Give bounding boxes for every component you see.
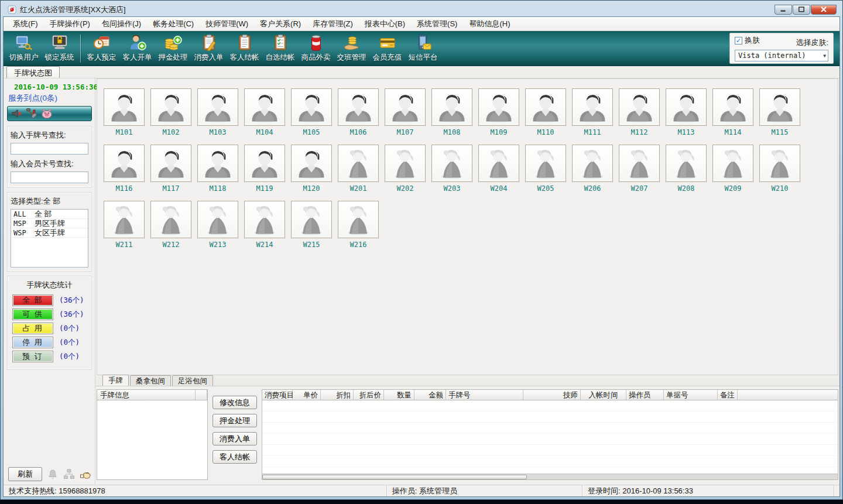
speaker-icon[interactable] (11, 108, 22, 119)
type-option-row[interactable]: ALL 全 部 (11, 210, 88, 219)
tag-card[interactable] (150, 145, 191, 182)
refresh-button[interactable]: 刷新 (8, 467, 42, 481)
toolbar-button[interactable]: 客人预定 (84, 33, 119, 64)
tag-card[interactable] (385, 88, 426, 126)
tag-card[interactable] (291, 88, 332, 126)
toolbar-button[interactable]: 客人开单 (119, 33, 155, 64)
tag-card[interactable] (572, 88, 613, 126)
toolbar-button[interactable]: 消费入单 (191, 33, 227, 64)
menu-item[interactable]: 包间操作(J) (96, 17, 147, 31)
tag-card[interactable] (104, 145, 145, 182)
tag-card[interactable] (431, 88, 472, 126)
table-column-header[interactable]: 单据号 (664, 390, 718, 400)
tag-card[interactable] (478, 88, 519, 126)
toolbar-button[interactable]: 客人结帐 (227, 33, 262, 64)
org-chart-icon[interactable] (63, 468, 75, 480)
menu-item[interactable]: 系统管理(S) (411, 17, 463, 31)
maximize-icon[interactable] (793, 5, 810, 15)
table-column-header[interactable]: 入帐时间 (581, 390, 626, 400)
action-button[interactable]: 客人结帐 (213, 450, 257, 464)
minimize-icon[interactable] (775, 5, 792, 15)
status-filter-button[interactable]: 可 供 (12, 308, 53, 320)
tag-card[interactable] (478, 145, 519, 182)
table-column-header[interactable]: 技师 (523, 390, 581, 400)
toolbar-button[interactable]: 切换用户 (6, 33, 42, 64)
table-column-header[interactable]: 折扣 (321, 390, 354, 400)
skin-select-dropdown[interactable]: Vista (internal) ▼ (735, 50, 828, 61)
tag-info-column-header[interactable]: 手牌信息 (97, 390, 196, 400)
tag-card[interactable] (385, 145, 426, 182)
service-due-link[interactable]: 服务到点(0条) (7, 92, 92, 106)
tag-card[interactable] (525, 145, 566, 182)
bottom-tab[interactable]: 桑拿包间 (130, 375, 171, 386)
tag-card[interactable] (525, 88, 566, 126)
menu-item[interactable]: 客户关系(R) (254, 17, 307, 31)
tag-card[interactable] (619, 88, 660, 126)
toolbar-button[interactable]: 商品外卖 (298, 33, 334, 64)
close-icon[interactable] (811, 5, 837, 15)
tag-card[interactable] (197, 88, 238, 126)
bottom-tab[interactable]: 足浴包间 (172, 375, 213, 386)
table-column-header[interactable]: 手牌号 (446, 390, 523, 400)
bottom-tab[interactable]: 手牌 (102, 375, 129, 386)
table-column-header[interactable]: 操作员 (626, 390, 664, 400)
tag-card[interactable] (291, 145, 332, 182)
tag-card[interactable] (150, 201, 191, 238)
table-column-header[interactable]: 金额 (414, 390, 446, 400)
tag-card[interactable] (338, 145, 379, 182)
tag-card[interactable] (244, 88, 285, 126)
table-body[interactable] (262, 400, 838, 474)
tag-card[interactable] (759, 88, 800, 126)
alarm-icon[interactable] (47, 468, 59, 480)
hand-pointer-icon[interactable] (80, 468, 91, 480)
toolbar-button[interactable]: 押金处理 (155, 33, 191, 64)
tag-card[interactable] (291, 201, 332, 238)
menu-item[interactable]: 报表中心(B) (359, 17, 411, 31)
menu-item[interactable]: 帮助信息(H) (463, 17, 516, 31)
tag-card[interactable] (572, 145, 613, 182)
member-card-search-input[interactable] (11, 172, 88, 183)
scrollbar-thumb[interactable] (262, 475, 527, 479)
tag-card[interactable] (712, 88, 753, 126)
toolbar-button[interactable]: 交班管理 (334, 33, 369, 64)
tag-card[interactable] (338, 88, 379, 126)
status-filter-button[interactable]: 占 用 (12, 323, 53, 334)
tag-card[interactable] (104, 88, 145, 126)
tag-search-input[interactable] (11, 143, 88, 155)
tag-card[interactable] (712, 145, 753, 182)
table-column-header[interactable]: 消费项目 (262, 390, 293, 400)
action-button[interactable]: 消费入单 (213, 432, 257, 445)
skin-change-checkbox[interactable]: ✓ 换肤 (735, 35, 760, 46)
toolbar-button[interactable]: 短信平台 (405, 33, 441, 64)
tag-card[interactable] (666, 88, 707, 126)
tag-card[interactable] (244, 201, 285, 238)
toolbar-button[interactable]: 会员充值 (369, 33, 405, 64)
menu-item[interactable]: 手牌操作(P) (44, 17, 96, 31)
title-bar[interactable]: 红火点洗浴管理系统[XX大酒店] (3, 1, 840, 16)
menu-item[interactable]: 库存管理(Z) (307, 17, 359, 31)
action-button[interactable]: 修改信息 (213, 396, 257, 409)
table-column-header[interactable]: 数量 (384, 390, 414, 400)
status-filter-button[interactable]: 全 部 (12, 294, 53, 306)
toolbar-button[interactable]: 自选结帐 (262, 33, 298, 64)
tag-card[interactable] (619, 145, 660, 182)
tag-card[interactable] (197, 145, 238, 182)
menu-item[interactable]: 帐务处理(C) (147, 17, 200, 31)
tab-tag-status-map[interactable]: 手牌状态图 (6, 66, 60, 78)
tag-card[interactable] (197, 201, 238, 238)
table-column-header[interactable]: 单价 (293, 390, 321, 400)
tag-card[interactable] (104, 201, 145, 238)
tag-card[interactable] (150, 88, 191, 126)
type-option-row[interactable]: MSP 男区手牌 (11, 219, 88, 228)
menu-item[interactable]: 系统(F) (7, 17, 44, 31)
tag-card[interactable] (759, 145, 800, 182)
action-button[interactable]: 押金处理 (213, 414, 257, 427)
table-column-header[interactable]: 折后价 (354, 390, 384, 400)
toolbar-button[interactable]: 锁定系统 (42, 33, 77, 64)
tag-card[interactable] (338, 201, 379, 238)
tag-card[interactable] (666, 145, 707, 182)
status-filter-button[interactable]: 预 订 (12, 351, 53, 362)
table-column-header[interactable]: 备注 (718, 390, 738, 400)
tag-card[interactable] (431, 145, 472, 182)
pig-icon[interactable] (41, 108, 53, 119)
